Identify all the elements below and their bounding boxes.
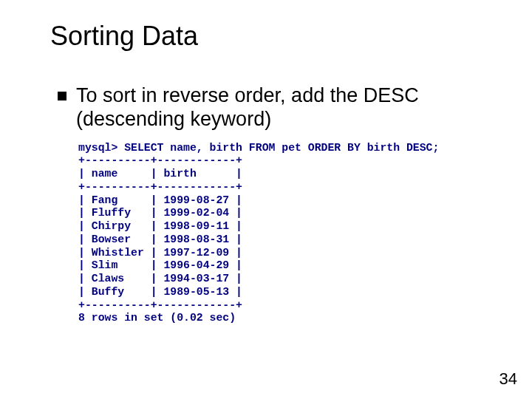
code-block: mysql> SELECT name, birth FROM pet ORDER… — [78, 142, 497, 326]
slide-title: Sorting Data — [50, 21, 497, 52]
bullet-text: To sort in reverse order, add the DESC (… — [76, 84, 497, 132]
slide: Sorting Data To sort in reverse order, a… — [0, 0, 532, 399]
square-bullet-icon — [58, 92, 66, 100]
page-number: 34 — [499, 369, 517, 389]
bullet-item: To sort in reverse order, add the DESC (… — [58, 84, 497, 132]
